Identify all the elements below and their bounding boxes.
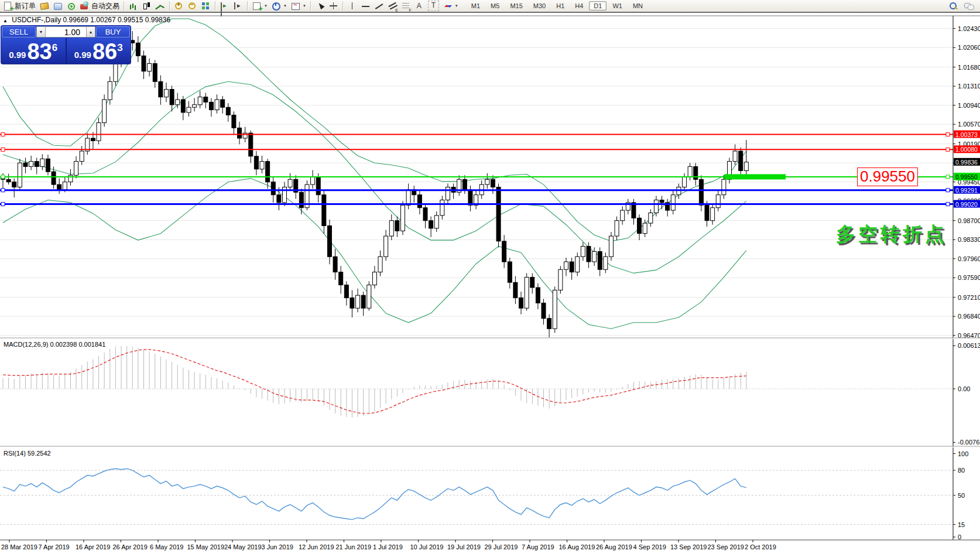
candle — [525, 277, 529, 308]
timeframe-w1[interactable]: W1 — [608, 1, 627, 11]
label-button[interactable] — [426, 1, 441, 11]
svg-text:0.00613: 0.00613 — [958, 342, 980, 349]
price-tick-label: 1.00570 — [958, 121, 980, 128]
timeframe-mn[interactable]: MN — [628, 1, 647, 11]
zoom-in-button[interactable] — [172, 1, 186, 11]
market-watch-button[interactable] — [37, 1, 51, 11]
timeframe-m15[interactable]: M15 — [505, 1, 527, 11]
autotrading-button[interactable]: 自动交易 — [78, 1, 121, 11]
tile-windows-button[interactable] — [199, 1, 213, 11]
candle — [215, 100, 219, 110]
price-annotation-label[interactable]: 0.99550 — [857, 167, 918, 186]
line-chart-icon — [155, 1, 165, 11]
candle — [570, 262, 574, 272]
new-order-button[interactable]: 新订单 — [1, 1, 37, 11]
candle — [683, 177, 687, 187]
candle — [688, 166, 692, 177]
candle — [592, 251, 597, 262]
text-icon — [414, 1, 424, 11]
cursor-button[interactable] — [313, 1, 327, 11]
periods-button[interactable]: ▼ — [269, 1, 289, 11]
volume-increase-button[interactable]: ▲ — [86, 26, 95, 37]
candle — [654, 200, 658, 213]
timeframe-d1[interactable]: D1 — [589, 1, 606, 11]
candle — [131, 40, 135, 43]
candle — [598, 251, 602, 269]
indicators-button[interactable]: ▼ — [250, 1, 269, 11]
text-button[interactable] — [413, 1, 426, 11]
candle — [621, 210, 625, 221]
search-icon[interactable] — [948, 1, 958, 11]
candle — [40, 159, 44, 166]
time-axis: 28 Mar 20197 Apr 201916 Apr 201926 Apr 2… — [1, 540, 776, 550]
candle — [446, 187, 450, 200]
candle — [660, 200, 664, 203]
svg-text:0.99836: 0.99836 — [955, 159, 978, 166]
chat-icon[interactable] — [964, 1, 974, 11]
templates-button[interactable]: ▼ — [289, 1, 308, 11]
collapse-icon[interactable]: ▲ — [3, 18, 8, 23]
dropdown-caret-icon: ▼ — [303, 4, 306, 8]
sell-price[interactable]: 0.99 83 6 — [1, 38, 66, 64]
timeframe-m30[interactable]: M30 — [529, 1, 550, 11]
line-chart-button[interactable] — [153, 1, 167, 11]
candle — [508, 262, 512, 282]
timeframe-h1[interactable]: H1 — [551, 1, 569, 11]
candle — [716, 195, 720, 208]
hline-button[interactable] — [359, 1, 372, 11]
horizontal-line[interactable] — [0, 174, 953, 179]
horizontal-line[interactable] — [0, 189, 953, 192]
buy-price[interactable]: 0.99 86 3 — [67, 38, 131, 64]
candle — [722, 179, 726, 194]
fibonacci-button[interactable] — [399, 1, 413, 11]
data-window-button[interactable] — [51, 1, 64, 11]
toolbar-separator — [215, 1, 215, 11]
highlight-segment — [724, 174, 786, 179]
toolbar-separator — [342, 1, 343, 11]
candle — [63, 182, 67, 190]
candle — [564, 262, 568, 269]
turning-point-annotation[interactable]: 多空转折点 — [836, 221, 947, 248]
date-label: 4 Sep 2019 — [633, 543, 666, 550]
sell-price-big: 83 — [27, 39, 52, 64]
candle — [423, 208, 427, 221]
vline-button[interactable] — [345, 1, 359, 11]
zoom-out-button[interactable] — [186, 1, 199, 11]
arrows-button[interactable]: ▼ — [441, 1, 460, 11]
date-label: 1 Jul 2019 — [373, 543, 403, 550]
timeframe-h4[interactable]: H4 — [570, 1, 588, 11]
trendline-button[interactable] — [372, 1, 386, 11]
trade-panel-header: SELL ▼ ▲ BUY — [1, 26, 131, 38]
add-indicator-icon — [252, 1, 262, 11]
chart-ohlc-values: 0.99669 1.00267 0.99515 0.99836 — [63, 16, 171, 24]
auto-scroll-button[interactable] — [218, 1, 231, 11]
signals-button[interactable] — [64, 1, 78, 11]
channel-button[interactable] — [386, 1, 399, 11]
candle — [350, 298, 354, 309]
candle — [547, 319, 551, 329]
sell-button[interactable]: SELL — [2, 26, 36, 37]
date-label: 29 Jul 2019 — [485, 543, 518, 550]
label-icon — [428, 1, 439, 11]
price-tick-label: 0.98700 — [958, 217, 980, 224]
zoom-in-icon — [174, 1, 184, 11]
horizontal-line[interactable] — [0, 148, 953, 151]
price-tick-label: 1.02060 — [958, 44, 980, 51]
price-badge: 0.99836 — [954, 158, 980, 166]
candle — [344, 285, 348, 298]
price-tick-label: 1.00940 — [958, 102, 980, 109]
timeframe-m5[interactable]: M5 — [486, 1, 504, 11]
buy-button[interactable]: BUY — [96, 26, 130, 37]
bar-chart-button[interactable] — [126, 1, 140, 11]
candlestick-button[interactable] — [140, 1, 153, 11]
chart-shift-button[interactable] — [231, 1, 245, 11]
chart-symbol-period: USDCHF-,Daily — [12, 16, 61, 24]
price-tick-label: 0.97210 — [958, 294, 980, 301]
volume-input[interactable] — [46, 26, 86, 37]
candle — [159, 81, 163, 97]
crosshair-button[interactable] — [327, 1, 340, 11]
volume-decrease-button[interactable]: ▼ — [36, 26, 46, 37]
horizontal-line[interactable] — [0, 133, 953, 136]
candle — [204, 97, 208, 102]
timeframe-m1[interactable]: M1 — [467, 1, 485, 11]
